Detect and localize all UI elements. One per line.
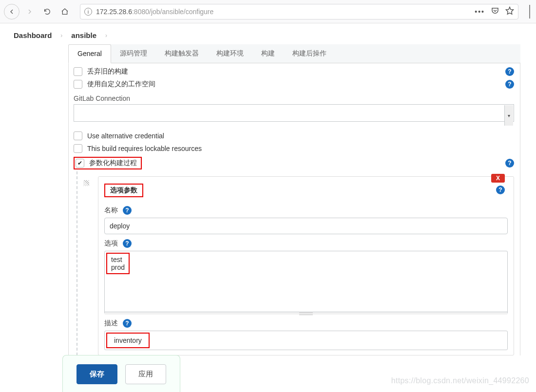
- label-param-options: 选项: [104, 239, 118, 248]
- checkbox-parameterized[interactable]: [76, 159, 84, 168]
- input-param-name[interactable]: [104, 218, 508, 234]
- checkbox-lockable-resources[interactable]: [74, 144, 82, 153]
- tab-scm[interactable]: 源码管理: [111, 44, 156, 63]
- delete-param-button[interactable]: X: [491, 174, 505, 183]
- drag-handle-icon[interactable]: [83, 180, 89, 186]
- browser-toolbar: i 172.25.28.6:8080/job/ansible/configure…: [0, 0, 536, 23]
- tab-post[interactable]: 构建后操作: [284, 44, 335, 63]
- config-tabs: General 源码管理 构建触发器 构建环境 构建 构建后操作: [68, 44, 520, 63]
- label-parameterized: 参数化构建过程: [89, 159, 137, 168]
- label-param-name: 名称: [104, 206, 118, 215]
- label-param-description: 描述: [104, 319, 118, 328]
- label-discard-old-builds: 丢弃旧的构建: [87, 67, 128, 76]
- help-icon[interactable]: ?: [123, 239, 132, 248]
- site-info-icon[interactable]: i: [84, 8, 92, 16]
- help-icon[interactable]: ?: [505, 159, 514, 168]
- bookmark-star-icon[interactable]: [505, 6, 514, 17]
- textarea-param-options[interactable]: test prod: [106, 253, 130, 274]
- help-icon[interactable]: ?: [496, 186, 505, 194]
- crumb-dashboard[interactable]: Dashboard: [14, 31, 52, 39]
- url-text: 172.25.28.6:8080/job/ansible/configure: [96, 8, 213, 16]
- label-alt-credential: Use alternative credential: [87, 132, 164, 140]
- help-icon[interactable]: ?: [123, 206, 132, 215]
- reload-button[interactable]: [40, 4, 55, 19]
- crumb-job[interactable]: ansible: [71, 31, 96, 39]
- checkbox-alt-credential[interactable]: [74, 131, 82, 140]
- help-icon[interactable]: ?: [505, 67, 514, 76]
- chevron-right-icon: ›: [60, 32, 62, 39]
- label-gitlab-connection: GitLab Connection: [74, 91, 514, 104]
- url-bar[interactable]: i 172.25.28.6:8080/job/ansible/configure…: [80, 4, 518, 19]
- home-button[interactable]: [57, 4, 72, 19]
- param-type-title: 选项参数: [104, 184, 143, 197]
- textarea-param-description[interactable]: inventory: [106, 333, 150, 348]
- forward-button[interactable]: [22, 4, 37, 19]
- help-icon[interactable]: ?: [123, 319, 132, 328]
- tab-general[interactable]: General: [68, 44, 111, 63]
- checkbox-custom-workspace[interactable]: [74, 80, 82, 89]
- select-gitlab-connection[interactable]: [74, 104, 514, 122]
- chevron-right-icon: ›: [105, 32, 107, 39]
- action-footer: 保存 应用: [62, 355, 180, 392]
- watermark-text: https://blog.csdn.net/weixin_44992260: [391, 376, 529, 385]
- apply-button[interactable]: 应用: [125, 364, 166, 384]
- pocket-icon[interactable]: [491, 6, 499, 17]
- tab-env[interactable]: 构建环境: [208, 44, 252, 63]
- tab-triggers[interactable]: 构建触发器: [156, 44, 208, 63]
- checkbox-discard-old-builds[interactable]: [74, 67, 82, 76]
- page-actions-icon[interactable]: •••: [475, 8, 485, 16]
- parameter-block: X ? 选项参数 名称 ? 选项 ? test prod 描述: [77, 171, 514, 355]
- help-icon[interactable]: ?: [505, 80, 514, 89]
- label-lockable-resources: This build requires lockable resources: [87, 145, 202, 152]
- config-content: 丢弃旧的构建 ? 使用自定义的工作空间 ? GitLab Connection …: [68, 63, 520, 355]
- label-custom-workspace: 使用自定义的工作空间: [87, 80, 155, 89]
- resize-handle-icon[interactable]: [105, 312, 507, 315]
- textarea-param-options-wrap: test prod: [104, 251, 508, 314]
- back-button[interactable]: [4, 4, 19, 19]
- save-button[interactable]: 保存: [77, 364, 117, 384]
- chevron-down-icon: ▾: [504, 105, 513, 126]
- tab-build[interactable]: 构建: [252, 44, 284, 63]
- breadcrumb: Dashboard › ansible ›: [0, 23, 536, 44]
- sidebar-toggle-icon[interactable]: [529, 5, 532, 19]
